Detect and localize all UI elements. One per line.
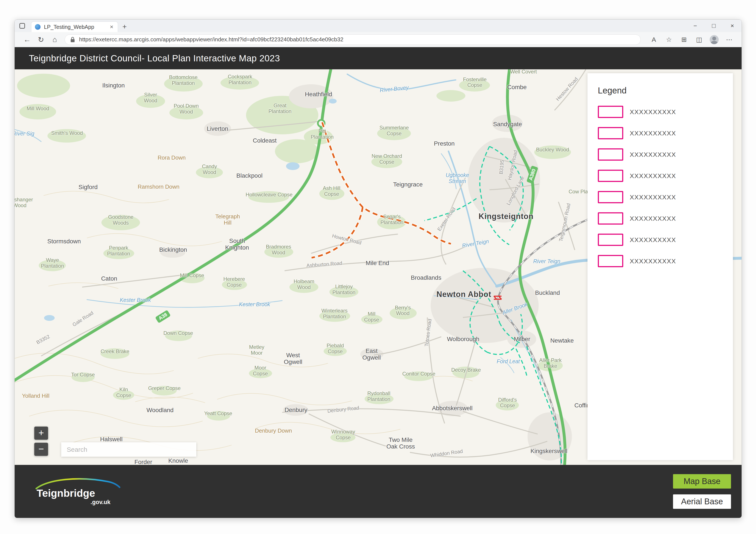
read-aloud-icon[interactable]: A [647,36,661,43]
legend-item-label: XXXXXXXXXX [630,258,676,265]
maximize-button[interactable]: □ [705,20,723,32]
more-menu-icon[interactable]: ⋯ [723,36,736,43]
back-button[interactable]: ← [20,35,34,44]
legend-title: Legend [598,86,733,95]
legend-item: XXXXXXXXXX [598,127,733,139]
new-tab-button[interactable]: + [122,22,127,32]
search-input[interactable] [61,442,196,457]
browser-tab[interactable]: LP_Testing_WebApp × [32,22,118,32]
zoom-controls: + − [34,426,48,456]
collections-icon[interactable]: ⊞ [677,36,691,43]
aerial-base-button[interactable]: Aerial Base [673,495,731,509]
basemap-buttons: Map Base Aerial Base [673,474,731,509]
legend-panel: Legend XXXXXXXXXXXXXXXXXXXXXXXXXXXXXXXXX… [587,73,733,460]
logo-swoosh [36,479,120,489]
app-header: Teignbridge District Council- Local Plan… [15,47,742,69]
legend-item-label: XXXXXXXXXX [630,130,676,137]
tab-actions-button[interactable] [15,20,30,32]
map-canvas[interactable]: IlsingtonMill WoodSilver WoodBottomclose… [15,69,742,465]
legend-item-label: XXXXXXXXXX [630,151,676,158]
tab-title: LP_Testing_WebApp [44,24,109,30]
legend-item: XXXXXXXXXX [598,255,733,267]
legend-item: XXXXXXXXXX [598,106,733,118]
app-footer: Teignbridge .gov.uk Map Base Aerial Base [15,465,742,518]
lock-icon [70,37,75,43]
legend-swatch [598,191,623,203]
home-button[interactable]: ⌂ [48,35,62,44]
browser-toolbar: ← ↻ ⌂ https://exetercc.maps.arcgis.com/a… [15,32,742,47]
zoom-in-button[interactable]: + [34,426,48,440]
tab-favicon-icon [35,24,40,30]
legend-swatch [598,148,623,161]
legend-item-label: XXXXXXXXXX [630,215,676,222]
tab-actions-icon [19,23,25,29]
browser-window: LP_Testing_WebApp × + − □ × ← ↻ ⌂ https:… [14,19,742,518]
legend-items: XXXXXXXXXXXXXXXXXXXXXXXXXXXXXXXXXXXXXXXX… [598,106,733,267]
legend-item: XXXXXXXXXX [598,148,733,161]
window-controls: − □ × [686,20,742,32]
close-window-button[interactable]: × [723,20,742,32]
legend-item-label: XXXXXXXXXX [630,236,676,243]
legend-swatch [598,127,623,139]
zoom-out-button[interactable]: − [34,443,48,456]
legend-item-label: XXXXXXXXXX [630,172,676,180]
url-text: https://exetercc.maps.arcgis.com/apps/we… [79,36,343,43]
map-base-button[interactable]: Map Base [673,474,731,489]
profile-avatar[interactable] [710,35,719,44]
toolbar-right-icons: A ☆ ⊞ ◫ ⋯ [647,35,736,44]
legend-swatch [598,234,623,246]
legend-item-label: XXXXXXXXXX [630,108,676,115]
page-title: Teignbridge District Council- Local Plan… [29,53,280,64]
favorites-star-icon[interactable]: ☆ [662,36,676,43]
refresh-button[interactable]: ↻ [34,35,48,44]
tab-close-icon[interactable]: × [109,23,114,30]
legend-item: XXXXXXXXXX [598,170,733,182]
split-screen-icon[interactable]: ◫ [692,36,706,43]
legend-swatch [598,255,623,267]
address-bar[interactable]: https://exetercc.maps.arcgis.com/apps/we… [65,35,641,45]
map-search [61,442,196,457]
minimize-button[interactable]: − [686,20,705,32]
legend-swatch [598,106,623,118]
logo-text: Teignbridge [37,488,95,499]
logo-suffix: .gov.uk [91,499,111,505]
legend-item: XXXXXXXXXX [598,212,733,225]
legend-swatch [598,170,623,182]
teignbridge-logo: Teignbridge .gov.uk [34,475,124,508]
legend-item: XXXXXXXXXX [598,191,733,203]
legend-item-label: XXXXXXXXXX [630,193,676,201]
legend-swatch [598,212,623,225]
tab-strip: LP_Testing_WebApp × + − □ × [15,20,742,32]
legend-item: XXXXXXXXXX [598,234,733,246]
